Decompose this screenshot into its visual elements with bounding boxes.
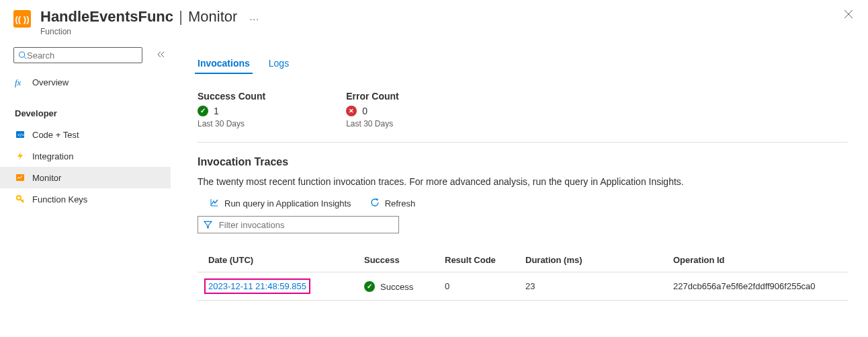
resource-name: HandleEventsFunc — [40, 8, 173, 25]
date-highlight-annotation: 2023-12-11 21:48:59.855 — [204, 278, 310, 294]
operation-id-cell: 227dcb656a7e5f6e2fddff906f255ca0 — [668, 272, 848, 301]
function-resource-icon: (( )) — [13, 10, 31, 28]
nav-function-keys[interactable]: Function Keys — [0, 188, 171, 210]
stat-error: Error Count 0 Last 30 Days — [346, 91, 399, 128]
page-header: (( )) HandleEventsFunc | Monitor Functio… — [0, 0, 868, 42]
nav-integration[interactable]: Integration — [0, 145, 171, 167]
overview-icon: fx — [15, 77, 26, 87]
success-cell: Success — [364, 281, 413, 292]
svg-line-3 — [24, 57, 26, 59]
nav-group-developer: Developer — [0, 102, 171, 124]
svg-marker-7 — [17, 152, 23, 160]
tab-logs[interactable]: Logs — [269, 58, 289, 74]
code-icon: </> — [15, 129, 26, 140]
stat-success-title: Success Count — [198, 91, 265, 102]
filter-input[interactable] — [219, 220, 393, 230]
stat-success: Success Count 1 Last 30 Days — [198, 91, 265, 128]
col-result-code[interactable]: Result Code — [439, 248, 520, 272]
nav-code-test[interactable]: </> Code + Test — [0, 124, 171, 145]
sidebar-search-input[interactable] — [27, 50, 138, 61]
chart-icon — [210, 198, 219, 209]
duration-cell: 23 — [520, 272, 668, 301]
page-name: Monitor — [188, 8, 237, 25]
more-actions-button[interactable]: ··· — [249, 13, 259, 24]
main-content: Invocations Logs Success Count 1 Last 30… — [171, 42, 868, 337]
success-icon — [198, 106, 208, 116]
svg-marker-12 — [204, 221, 212, 227]
page-title: HandleEventsFunc | Monitor — [40, 8, 237, 26]
nav-overview[interactable]: fx Overview — [0, 71, 171, 93]
traces-description: The twenty most recent function invocati… — [198, 176, 848, 187]
tabs: Invocations Logs — [198, 58, 848, 75]
refresh-button[interactable]: Refresh — [370, 198, 416, 209]
nav-label: Function Keys — [32, 194, 87, 204]
stat-error-value: 0 — [362, 106, 367, 116]
invocation-date-link[interactable]: 2023-12-11 21:48:59.855 — [208, 281, 306, 291]
col-date[interactable]: Date (UTC) — [198, 248, 359, 272]
svg-text:fx: fx — [15, 77, 21, 87]
stat-success-note: Last 30 Days — [198, 119, 265, 128]
sidebar-search[interactable] — [13, 47, 142, 63]
stats-row: Success Count 1 Last 30 Days Error Count… — [198, 91, 848, 143]
collapse-sidebar-button[interactable] — [157, 50, 165, 60]
col-operation-id[interactable]: Operation Id — [668, 248, 848, 272]
result-code-cell: 0 — [439, 272, 520, 301]
svg-rect-8 — [16, 174, 24, 181]
success-label: Success — [380, 282, 413, 292]
run-query-label: Run query in Application Insights — [224, 198, 351, 209]
stat-success-value: 1 — [214, 106, 219, 116]
title-separator: | — [179, 8, 183, 25]
nav-monitor[interactable]: Monitor — [0, 167, 171, 188]
search-icon — [18, 50, 27, 60]
resource-type-label: Function — [40, 27, 237, 36]
table-header-row: Date (UTC) Success Result Code Duration … — [198, 248, 848, 272]
col-duration[interactable]: Duration (ms) — [520, 248, 668, 272]
success-icon — [364, 281, 375, 292]
table-row[interactable]: 2023-12-11 21:48:59.855 Success 0 23 227… — [198, 272, 848, 301]
traces-toolbar: Run query in Application Insights Refres… — [198, 198, 848, 209]
lightning-icon — [15, 151, 26, 161]
monitor-icon — [15, 172, 26, 183]
sidebar: fx Overview Developer </> Code + Test In… — [0, 42, 171, 337]
nav-label: Integration — [32, 151, 73, 161]
refresh-label: Refresh — [385, 198, 416, 209]
traces-heading: Invocation Traces — [198, 156, 848, 168]
col-success[interactable]: Success — [359, 248, 439, 272]
tab-invocations[interactable]: Invocations — [198, 58, 250, 74]
filter-icon — [204, 220, 212, 229]
header-title-block: HandleEventsFunc | Monitor Function — [40, 8, 237, 36]
svg-line-11 — [22, 200, 24, 201]
traces-table: Date (UTC) Success Result Code Duration … — [198, 248, 848, 301]
nav-label: Overview — [32, 77, 69, 87]
close-button[interactable] — [844, 9, 853, 21]
stat-error-note: Last 30 Days — [346, 119, 399, 128]
nav-label: Code + Test — [32, 130, 79, 140]
refresh-icon — [370, 198, 380, 209]
nav-label: Monitor — [32, 173, 61, 183]
chevron-double-left-icon — [157, 51, 165, 58]
run-query-button[interactable]: Run query in Application Insights — [210, 198, 351, 209]
key-icon — [15, 194, 26, 204]
close-icon — [844, 9, 853, 19]
stat-error-title: Error Count — [346, 91, 399, 102]
svg-text:</>: </> — [17, 133, 24, 137]
error-icon — [346, 106, 357, 116]
filter-invocations[interactable] — [198, 216, 399, 233]
svg-point-2 — [19, 52, 25, 57]
